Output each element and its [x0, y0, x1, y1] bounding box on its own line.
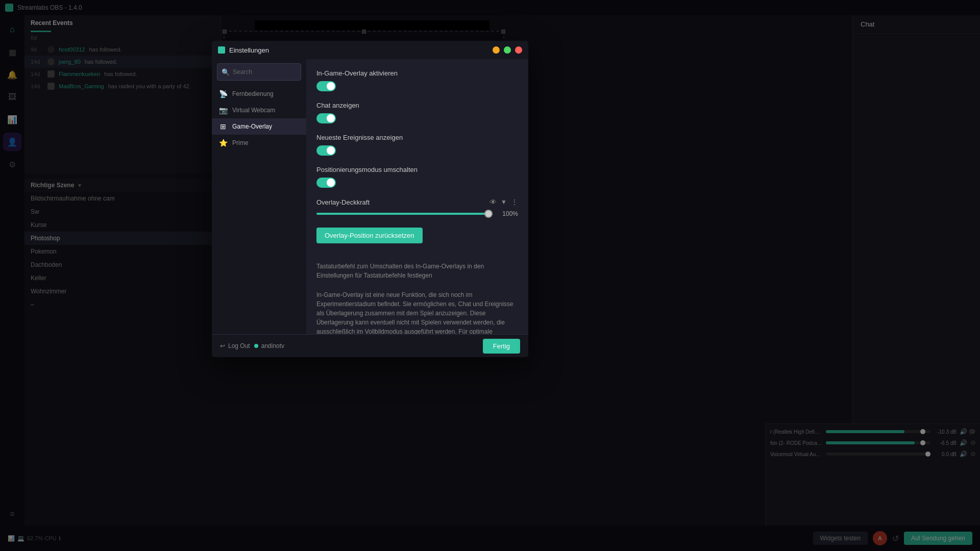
logout-button[interactable]: ↩ Log Out: [220, 342, 250, 349]
dialog-content-area: In-Game-Overlay aktivieren Chat anzeigen…: [306, 59, 528, 334]
logout-label: Log Out: [228, 342, 250, 349]
info-text-1: Tastaturbefehl zum Umschalten des In-Gam…: [316, 262, 518, 280]
nav-label-webcam: Virtual Webcam: [232, 107, 275, 114]
toggle-knob-1: [327, 82, 335, 90]
opacity-slider-value: 100%: [498, 210, 518, 217]
nav-label-prime: Prime: [232, 139, 248, 146]
webcam-icon: 📷: [219, 106, 227, 114]
reset-position-button[interactable]: Overlay-Position zurücksetzen: [316, 228, 423, 243]
toggle3-label: Neueste Ereignisse anzeigen: [316, 134, 518, 141]
dialog-body: 🔍 📡 Fernbedienung 📷 Virtual Webcam ⊞ Gam…: [212, 59, 528, 334]
nav-label-game-overlay: Game-Overlay: [232, 123, 272, 130]
toggle1-label: In-Game-Overlay aktivieren: [316, 69, 518, 77]
dialog-maximize-button[interactable]: □: [504, 46, 511, 54]
setting-row-position: Positionierungsmodus umschalten: [316, 166, 518, 188]
dialog-title: Einstellungen: [229, 46, 493, 54]
chevron-down-icon[interactable]: ▼: [501, 198, 507, 206]
opacity-slider-track[interactable]: [316, 213, 493, 215]
setting-row-chat: Chat anzeigen: [316, 102, 518, 123]
dialog-nav: 🔍 📡 Fernbedienung 📷 Virtual Webcam ⊞ Gam…: [212, 59, 306, 334]
remote-icon: 📡: [219, 90, 227, 98]
nav-label-remote: Fernbedienung: [232, 90, 274, 97]
footer-left: ↩ Log Out andinotv: [220, 342, 284, 349]
user-badge: andinotv: [254, 342, 284, 349]
nav-item-prime[interactable]: ⭐ Prime: [212, 135, 306, 151]
dialog-footer: ↩ Log Out andinotv Fertig: [212, 334, 528, 357]
dialog-close-button[interactable]: ×: [515, 46, 522, 54]
setting-row-events: Neueste Ereignisse anzeigen: [316, 134, 518, 156]
eye-icon[interactable]: 👁: [489, 198, 497, 206]
nav-item-webcam[interactable]: 📷 Virtual Webcam: [212, 102, 306, 118]
setting-row-info1: Tastaturbefehl zum Umschalten des In-Gam…: [316, 262, 518, 280]
dialog-search-bar[interactable]: 🔍: [217, 63, 301, 81]
logout-icon: ↩: [220, 342, 225, 349]
opacity-slider-handle[interactable]: [484, 210, 493, 218]
dialog-minimize-button[interactable]: –: [493, 46, 500, 54]
nav-item-game-overlay[interactable]: ⊞ Game-Overlay: [212, 118, 306, 135]
search-input[interactable]: [233, 68, 297, 76]
setting-row-info2: In-Game-Overlay ist eine neue Funktion, …: [316, 290, 518, 334]
dialog-controls: – □ ×: [493, 46, 522, 54]
settings-dialog: Einstellungen – □ × 🔍 📡 Fernbedienung: [212, 41, 528, 357]
toggle2-label: Chat anzeigen: [316, 102, 518, 109]
opacity-slider-fill: [316, 213, 493, 215]
modal-overlay: Einstellungen – □ × 🔍 📡 Fernbedienung: [0, 0, 980, 551]
game-overlay-icon: ⊞: [219, 122, 227, 131]
more-icon[interactable]: ⋮: [511, 198, 518, 206]
opacity-slider-container[interactable]: 100%: [316, 210, 518, 217]
info-text-2: In-Game-Overlay ist eine neue Funktion, …: [316, 290, 518, 334]
setting-row-overlay-activate: In-Game-Overlay aktivieren: [316, 69, 518, 91]
nav-item-remote[interactable]: 📡 Fernbedienung: [212, 86, 306, 102]
toggle-chat[interactable]: [316, 113, 336, 123]
username-label: andinotv: [261, 342, 284, 349]
toggle-knob-3: [327, 146, 335, 155]
setting-row-reset: Overlay-Position zurücksetzen: [316, 228, 518, 252]
fertig-button[interactable]: Fertig: [483, 339, 520, 354]
user-status-dot: [254, 344, 258, 348]
toggle-overlay-activate[interactable]: [316, 81, 336, 91]
setting-row-opacity: Overlay-Deckkraft 👁 ▼ ⋮ 100%: [316, 198, 518, 217]
toggle-knob-2: [327, 114, 335, 122]
toggle-knob-4: [327, 179, 335, 187]
toggle4-label: Positionierungsmodus umschalten: [316, 166, 518, 173]
search-icon: 🔍: [222, 68, 230, 76]
dialog-icon: [218, 46, 225, 54]
toggle-events[interactable]: [316, 145, 336, 156]
dialog-titlebar: Einstellungen – □ ×: [212, 41, 528, 59]
toggle-position[interactable]: [316, 178, 336, 188]
slider-label: Overlay-Deckkraft: [316, 198, 370, 206]
prime-icon: ⭐: [219, 139, 227, 147]
